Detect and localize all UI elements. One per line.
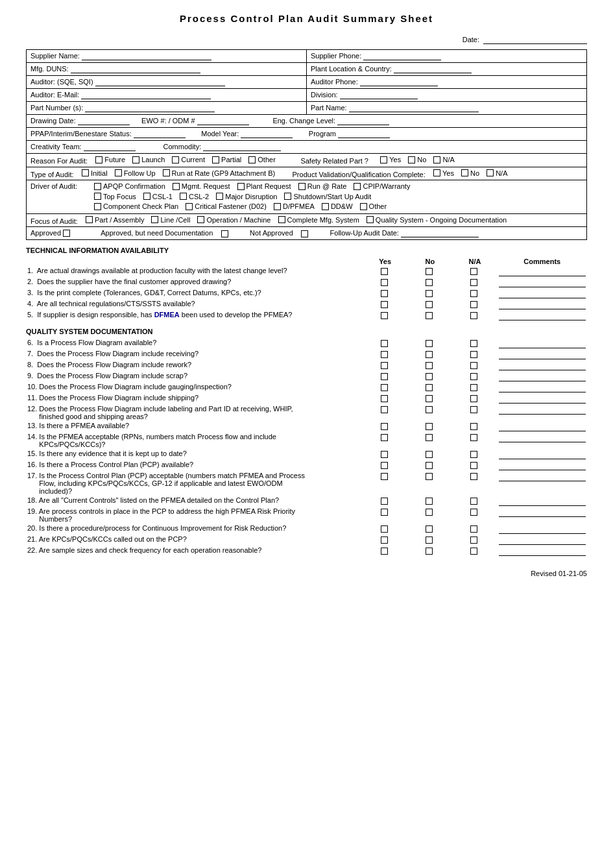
q22-comment[interactable] — [498, 546, 587, 557]
tech-q3-no[interactable] — [407, 288, 452, 299]
pv-no[interactable]: No — [461, 169, 479, 177]
part-number-field[interactable] — [85, 104, 215, 112]
tech-q4-no[interactable] — [407, 299, 452, 310]
q18-no[interactable] — [407, 496, 452, 507]
q21-no[interactable] — [407, 535, 452, 546]
tech-q1-no[interactable] — [407, 266, 452, 277]
q11-yes[interactable] — [363, 393, 407, 404]
reason-future-checkbox[interactable] — [95, 156, 102, 163]
q6-comment[interactable] — [498, 338, 587, 349]
approved-checkbox[interactable] — [63, 230, 70, 237]
follow-up-date-field[interactable] — [401, 229, 479, 237]
focus-part-assembly-checkbox[interactable] — [86, 216, 93, 223]
reason-current[interactable]: Current — [172, 156, 205, 163]
q14-no[interactable] — [407, 432, 452, 449]
driver-run-rate[interactable]: Run @ Rate — [298, 182, 347, 190]
q9-no[interactable] — [407, 371, 452, 382]
q17-no[interactable] — [407, 471, 452, 496]
driver-component-checkbox[interactable] — [94, 203, 101, 210]
creativity-team-field[interactable] — [84, 143, 136, 151]
division-field[interactable] — [340, 91, 418, 99]
q10-no[interactable] — [407, 382, 452, 393]
type-run-rate[interactable]: Run at Rate (GP9 Attachment B) — [163, 169, 276, 177]
focus-part-assembly[interactable]: Part / Assembly — [86, 216, 144, 224]
driver-mgmt-checkbox[interactable] — [173, 183, 180, 190]
safety-no-checkbox[interactable] — [408, 156, 415, 163]
q10-na[interactable] — [452, 382, 497, 393]
focus-line-cell-checkbox[interactable] — [151, 216, 158, 223]
driver-critical-checkbox[interactable] — [186, 203, 193, 210]
q22-no[interactable] — [407, 546, 452, 557]
q11-comment[interactable] — [498, 393, 587, 404]
type-initial[interactable]: Initial — [82, 169, 108, 177]
q11-na[interactable] — [452, 393, 497, 404]
q18-yes[interactable] — [363, 496, 407, 507]
date-field[interactable] — [483, 36, 587, 44]
q10-comment[interactable] — [498, 382, 587, 393]
reason-partial-checkbox[interactable] — [212, 156, 219, 163]
q15-yes[interactable] — [363, 449, 407, 460]
q9-comment[interactable] — [498, 371, 587, 382]
q21-na[interactable] — [452, 535, 497, 546]
q7-no[interactable] — [407, 349, 452, 360]
q6-yes[interactable] — [363, 338, 407, 349]
pv-yes-checkbox[interactable] — [433, 169, 440, 176]
focus-quality-system-checkbox[interactable] — [367, 216, 374, 223]
ewo-field[interactable] — [197, 117, 249, 125]
q15-comment[interactable] — [498, 449, 587, 460]
q14-na[interactable] — [452, 432, 497, 449]
driver-plant[interactable]: Plant Request — [237, 182, 291, 190]
driver-other[interactable]: Other — [360, 202, 387, 210]
tech-q2-comment[interactable] — [498, 277, 587, 288]
pv-no-checkbox[interactable] — [461, 169, 468, 176]
driver-apqp[interactable]: APQP Confirmation — [94, 182, 165, 190]
driver-cpip[interactable]: CPIP/Warranty — [354, 182, 410, 190]
q14-comment[interactable] — [498, 432, 587, 449]
q6-no[interactable] — [407, 338, 452, 349]
q22-na[interactable] — [452, 546, 497, 557]
auditor-phone-field[interactable] — [360, 78, 438, 86]
q20-na[interactable] — [452, 524, 497, 535]
q13-comment[interactable] — [498, 421, 587, 432]
driver-ddw-checkbox[interactable] — [322, 203, 329, 210]
driver-apqp-checkbox[interactable] — [94, 183, 101, 190]
q21-yes[interactable] — [363, 535, 407, 546]
tech-q2-no[interactable] — [407, 277, 452, 288]
q21-comment[interactable] — [498, 535, 587, 546]
q12-na[interactable] — [452, 404, 497, 421]
q16-na[interactable] — [452, 460, 497, 471]
q22-yes[interactable] — [363, 546, 407, 557]
focus-complete-mfg[interactable]: Complete Mfg. System — [278, 216, 359, 224]
tech-q1-yes[interactable] — [363, 266, 407, 277]
q19-yes[interactable] — [363, 507, 407, 524]
driver-dpfmea-checkbox[interactable] — [274, 203, 281, 210]
program-field[interactable] — [338, 130, 390, 138]
q12-yes[interactable] — [363, 404, 407, 421]
driver-top-focus-checkbox[interactable] — [94, 193, 101, 200]
driver-plant-checkbox[interactable] — [237, 183, 245, 190]
tech-q2-na[interactable] — [452, 277, 497, 288]
q8-no[interactable] — [407, 360, 452, 371]
type-followup-checkbox[interactable] — [115, 169, 122, 176]
pv-yes[interactable]: Yes — [433, 169, 454, 177]
q7-na[interactable] — [452, 349, 497, 360]
q19-na[interactable] — [452, 507, 497, 524]
tech-q5-no[interactable] — [407, 310, 452, 321]
q7-comment[interactable] — [498, 349, 587, 360]
q9-yes[interactable] — [363, 371, 407, 382]
q20-yes[interactable] — [363, 524, 407, 535]
q15-no[interactable] — [407, 449, 452, 460]
q12-no[interactable] — [407, 404, 452, 421]
focus-operation-checkbox[interactable] — [197, 216, 204, 223]
tech-q3-na[interactable] — [452, 288, 497, 299]
q8-na[interactable] — [452, 360, 497, 371]
eng-change-field[interactable] — [337, 117, 389, 125]
reason-other[interactable]: Other — [248, 156, 276, 163]
driver-major[interactable]: Major Disruption — [216, 193, 277, 200]
auditor-sqe-field[interactable] — [95, 78, 225, 86]
tech-q5-comment[interactable] — [498, 310, 587, 321]
q8-comment[interactable] — [498, 360, 587, 371]
driver-dpfmea[interactable]: D/PFMEA — [274, 202, 315, 210]
not-approved-checkbox[interactable] — [301, 230, 308, 237]
safety-yes[interactable]: Yes — [380, 156, 401, 163]
